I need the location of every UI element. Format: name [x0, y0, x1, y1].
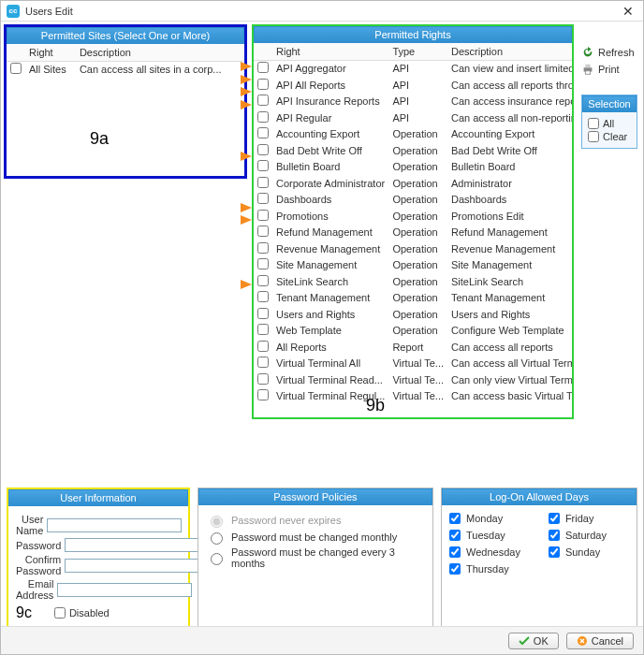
refresh-link[interactable]: Refresh: [581, 46, 637, 59]
username-field[interactable]: [47, 518, 182, 532]
selection-clear-checkbox[interactable]: [588, 131, 599, 142]
rights-row[interactable]: Corporate Administrator Operation Admini…: [254, 176, 572, 193]
rights-row-checkbox[interactable]: [257, 226, 269, 237]
rights-row[interactable]: All Reports Report Can access all report…: [254, 340, 572, 357]
annotation-9a: 9a: [90, 129, 109, 149]
rights-row[interactable]: Promotions Operation Promotions Edit: [254, 209, 572, 226]
user-info-title: User Information: [8, 489, 188, 506]
rights-row-checkbox[interactable]: [257, 210, 269, 221]
pw-3months-radio[interactable]: [211, 553, 223, 565]
ok-label: OK: [534, 635, 549, 647]
rights-row-right: Web Template: [272, 323, 388, 340]
rights-row-checkbox[interactable]: [257, 291, 269, 302]
arrow-icon: [241, 152, 252, 161]
rights-row-type: Virtual Te...: [388, 356, 447, 372]
day-sunday[interactable]: Sunday: [549, 546, 607, 558]
pw-monthly-radio[interactable]: [211, 532, 223, 545]
rights-row-checkbox[interactable]: [257, 177, 269, 188]
print-link[interactable]: Print: [581, 63, 637, 76]
day-saturday[interactable]: Saturday: [549, 530, 607, 541]
pw-never-radio[interactable]: [211, 516, 223, 528]
rights-row-checkbox[interactable]: [257, 111, 269, 123]
rights-row-checkbox[interactable]: [257, 95, 269, 106]
day-wednesday[interactable]: Wednesday: [449, 546, 520, 558]
disabled-checkbox[interactable]: [54, 607, 66, 619]
rights-row[interactable]: Site Management Operation Site Managemen…: [254, 257, 572, 274]
selection-all[interactable]: All: [588, 118, 631, 129]
sites-col-right[interactable]: Right: [25, 44, 76, 62]
rights-row[interactable]: Dashboards Operation Dashboards: [254, 192, 572, 209]
day-checkbox[interactable]: [449, 530, 461, 541]
rights-row[interactable]: Virtual Terminal All Virtual Te... Can a…: [254, 356, 572, 372]
rights-row-type: Operation: [388, 209, 447, 226]
rights-col-right[interactable]: Right: [272, 43, 388, 61]
rights-row-right: Revenue Management: [272, 241, 388, 258]
rights-row[interactable]: Users and Rights Operation Users and Rig…: [254, 307, 572, 324]
rights-row-type: Virtual Te...: [388, 388, 447, 405]
rights-row-checkbox[interactable]: [257, 79, 269, 90]
selection-all-checkbox[interactable]: [588, 118, 599, 129]
cancel-button[interactable]: Cancel: [566, 633, 634, 649]
confirm-password-field[interactable]: [65, 559, 199, 573]
arrow-icon: [241, 87, 252, 96]
sites-col-desc[interactable]: Description: [76, 44, 244, 62]
rights-row-checkbox[interactable]: [257, 275, 269, 286]
rights-row-type: Operation: [388, 323, 447, 340]
rights-row-checkbox[interactable]: [257, 258, 269, 269]
rights-row-checkbox[interactable]: [257, 242, 269, 254]
rights-row-checkbox[interactable]: [257, 324, 269, 335]
pw-monthly-label: Password must be changed monthly: [231, 531, 397, 543]
rights-col-type[interactable]: Type: [388, 43, 447, 61]
rights-row[interactable]: API All Reports API Can access all repor…: [254, 78, 572, 95]
selection-clear[interactable]: Clear: [588, 131, 631, 142]
rights-row-checkbox[interactable]: [257, 144, 269, 155]
rights-row-checkbox[interactable]: [257, 357, 269, 368]
day-checkbox[interactable]: [449, 513, 461, 524]
disabled-label: Disabled: [69, 607, 110, 619]
password-field[interactable]: [65, 538, 199, 552]
confirm-label: Confirm Password: [16, 554, 61, 576]
day-checkbox[interactable]: [449, 546, 461, 558]
rights-row-checkbox[interactable]: [257, 127, 269, 138]
rights-row[interactable]: API Aggregator API Can view and insert l…: [254, 61, 572, 78]
rights-row-checkbox[interactable]: [257, 373, 269, 385]
rights-row-checkbox[interactable]: [257, 62, 269, 73]
sites-row[interactable]: All Sites Can access all sites in a corp…: [7, 62, 244, 79]
rights-row-checkbox[interactable]: [257, 308, 269, 319]
rights-col-desc[interactable]: Description: [447, 43, 572, 61]
rights-row-desc: Can view and insert limited data thr...: [447, 61, 572, 78]
day-checkbox[interactable]: [549, 546, 560, 558]
rights-row[interactable]: Bulletin Board Operation Bulletin Board: [254, 159, 572, 176]
rights-row[interactable]: Accounting Export Operation Accounting E…: [254, 126, 572, 143]
rights-row-type: Operation: [388, 307, 447, 324]
rights-row-checkbox[interactable]: [257, 341, 269, 352]
rights-row[interactable]: SiteLink Search Operation SiteLink Searc…: [254, 274, 572, 291]
sites-row-checkbox[interactable]: [10, 63, 22, 74]
day-checkbox[interactable]: [549, 530, 560, 541]
cancel-label: Cancel: [592, 635, 623, 647]
day-monday[interactable]: Monday: [449, 513, 520, 524]
close-icon[interactable]: ✕: [619, 5, 637, 18]
rights-row-checkbox[interactable]: [257, 160, 269, 171]
rights-row[interactable]: Bad Debt Write Off Operation Bad Debt Wr…: [254, 143, 572, 160]
rights-row-checkbox[interactable]: [257, 389, 269, 400]
rights-row[interactable]: Virtual Terminal Regul... Virtual Te... …: [254, 388, 572, 405]
day-thursday[interactable]: Thursday: [449, 563, 520, 575]
refresh-label: Refresh: [598, 47, 635, 58]
rights-row[interactable]: Virtual Terminal Read... Virtual Te... C…: [254, 372, 572, 389]
rights-row[interactable]: Tenant Management Operation Tenant Manag…: [254, 290, 572, 307]
email-field[interactable]: [57, 583, 192, 597]
rights-row[interactable]: Web Template Operation Configure Web Tem…: [254, 323, 572, 340]
rights-row[interactable]: API Regular API Can access all non-repor…: [254, 110, 572, 127]
day-label: Sunday: [565, 546, 600, 558]
day-checkbox[interactable]: [449, 563, 461, 575]
rights-row[interactable]: Refund Management Operation Refund Manag…: [254, 225, 572, 241]
day-checkbox[interactable]: [549, 513, 560, 524]
ok-button[interactable]: OK: [508, 633, 559, 649]
rights-row[interactable]: API Insurance Reports API Can access ins…: [254, 94, 572, 110]
rights-row-desc: Tenant Management: [447, 290, 572, 307]
rights-row-checkbox[interactable]: [257, 193, 269, 204]
day-friday[interactable]: Friday: [549, 513, 607, 524]
rights-row[interactable]: Revenue Management Operation Revenue Man…: [254, 241, 572, 258]
day-tuesday[interactable]: Tuesday: [449, 530, 520, 541]
